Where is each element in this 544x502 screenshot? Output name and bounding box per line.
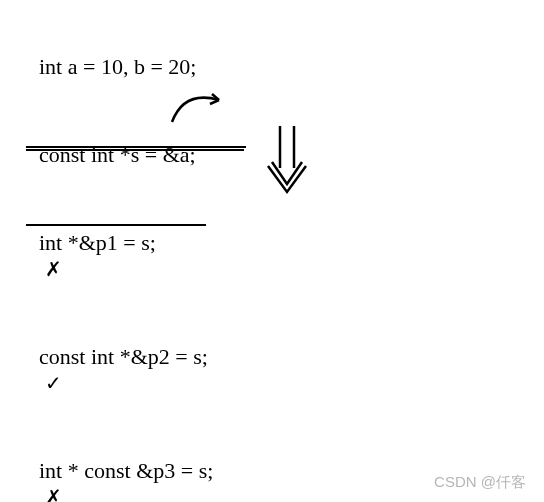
underline-annotation [26,224,206,226]
code-text: const int *&p2 = s; [39,344,208,369]
code-line-3: int *&p1 = s; ✗ [28,204,544,282]
underline-annotation [26,149,244,151]
wrong-mark-icon: ✗ [45,257,62,281]
watermark-text: CSDN @仟客 [434,473,526,492]
down-arrow-icon [264,122,314,202]
code-text: int a = 10, b = 20; [39,54,196,79]
check-mark-icon: ✓ [45,371,62,395]
code-text: int * const &p3 = s; [39,458,213,483]
code-line-4: const int *&p2 = s; ✓ [28,318,544,396]
wrong-mark-icon: ✗ [45,485,62,502]
code-line-1: int a = 10, b = 20; [28,28,544,80]
underline-annotation [26,146,246,148]
code-text: int *&p1 = s; [39,230,156,255]
curved-arrow-icon [164,86,244,126]
